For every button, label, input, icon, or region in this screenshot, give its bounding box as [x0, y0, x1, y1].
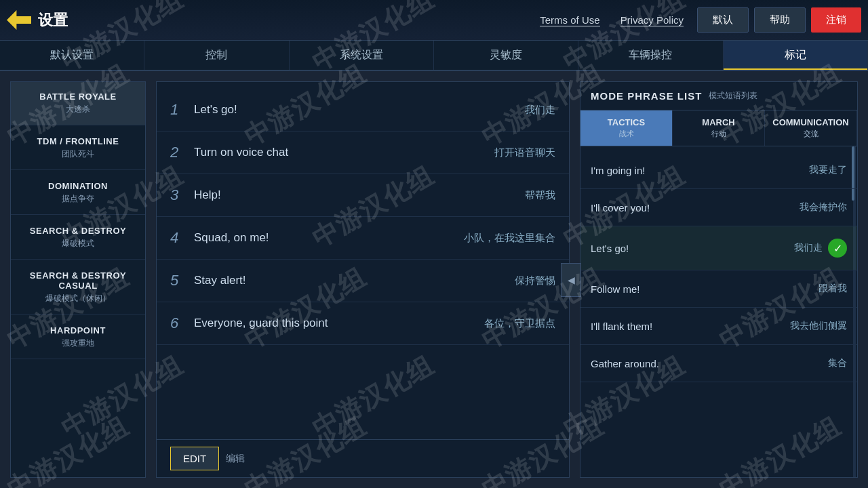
phrase-num-1: 2 — [170, 144, 194, 161]
mode-tab-en-2: COMMUNICATION — [772, 117, 848, 127]
right-phrase-item-4[interactable]: I'll flank them! 我去他们侧翼 — [580, 308, 857, 345]
phrase-en-2: Help! — [194, 188, 525, 202]
phrase-cn-1: 打开语音聊天 — [494, 146, 555, 159]
mode-tab-cn-1: 行动 — [711, 129, 726, 139]
right-phrase-en-2: Let's go! — [591, 243, 794, 254]
mode-tabs: TACTICS 战术 MARCH 行动 COMMUNICATION 交流 — [580, 110, 857, 146]
main-content: BATTLE ROYALE 大逃杀 TDM / FRONTLINE 团队死斗 D… — [0, 71, 868, 488]
phrase-cn-4: 保持警惕 — [515, 274, 555, 287]
right-phrase-en-3: Follow me! — [591, 283, 818, 295]
right-phrase-item-2[interactable]: Let's go! 我们走 ✓ — [580, 226, 857, 270]
phrase-cn-5: 各位，守卫据点 — [484, 317, 555, 330]
right-phrase-en-0: I'm going in! — [591, 165, 809, 176]
mode-tab-cn-2: 交流 — [804, 129, 818, 139]
right-phrase-cn-4: 我去他们侧翼 — [790, 320, 847, 332]
phrase-num-4: 5 — [170, 272, 194, 289]
mode-name-cn-5: 强攻重地 — [62, 338, 94, 349]
mode-name-cn-1: 团队死斗 — [62, 148, 94, 160]
tab-default-settings[interactable]: 默认设置 — [0, 41, 144, 70]
right-phrase-cn-1: 我会掩护你 — [800, 201, 847, 214]
mode-name-cn-3: 爆破模式 — [62, 238, 94, 249]
mode-item-2[interactable]: DOMINATION 据点争夺 — [11, 171, 145, 215]
mode-tab-cn-0: 战术 — [619, 129, 634, 139]
right-phrase-cn-0: 我要走了 — [809, 164, 847, 176]
help-button[interactable]: 帮助 — [754, 7, 806, 33]
mode-tab-1[interactable]: MARCH 行动 — [673, 110, 765, 146]
phrase-cn-2: 帮帮我 — [525, 189, 555, 202]
edit-button[interactable]: EDIT — [170, 447, 219, 470]
mode-tab-2[interactable]: COMMUNICATION 交流 — [765, 110, 857, 146]
mode-name-en-1: TDM / FRONTLINE — [37, 136, 119, 146]
phrase-num-0: 1 — [170, 101, 194, 119]
mode-tab-en-0: TACTICS — [608, 117, 645, 127]
right-phrase-item-5[interactable]: Gather around. 集合 — [580, 345, 857, 382]
header-actions: 默认 帮助 注销 — [697, 7, 861, 33]
tab-bar: 默认设置 控制 系统设置 灵敏度 车辆操控 标记 — [0, 41, 868, 71]
phrase-item-0[interactable]: 1 Let's go! 我们走 — [157, 89, 569, 131]
mode-name-cn-2: 据点争夺 — [62, 193, 94, 205]
default-button[interactable]: 默认 — [697, 7, 749, 33]
tab-vehicle-control[interactable]: 车辆操控 — [578, 41, 723, 70]
tab-marker[interactable]: 标记 — [724, 41, 868, 70]
right-phrase-item-3[interactable]: Follow me! 跟着我 — [580, 270, 857, 308]
right-phrase-en-5: Gather around. — [591, 358, 828, 369]
mode-name-en-2: DOMINATION — [48, 181, 108, 191]
right-panel-title-cn: 模式短语列表 — [709, 90, 757, 102]
edit-label: 编辑 — [226, 453, 245, 465]
phrase-list-panel: 1 Let's go! 我们走 2 Turn on voice chat 打开语… — [156, 81, 570, 478]
phrase-item-3[interactable]: 4 Squad, on me! 小队，在我这里集合 — [157, 217, 569, 260]
mode-name-en-5: HARDPOINT — [50, 325, 106, 336]
mode-item-5[interactable]: HARDPOINT 强攻重地 — [11, 316, 145, 359]
mode-item-3[interactable]: SEARCH & DESTROY 爆破模式 — [11, 216, 145, 260]
right-phrase-cn-2: 我们走 — [794, 242, 823, 254]
right-phrase-cn-5: 集合 — [828, 357, 847, 369]
bottom-bar: EDIT 编辑 — [157, 439, 569, 477]
phrase-item-2[interactable]: 3 Help! 帮帮我 — [157, 174, 569, 217]
collapse-arrow-button[interactable] — [561, 263, 581, 297]
right-phrase-item-0[interactable]: I'm going in! 我要走了 — [580, 152, 857, 189]
phrase-en-5: Everyone, guard this point — [194, 317, 484, 330]
header-bar: 设置 Terms of Use Privacy Policy 默认 帮助 注销 — [0, 0, 868, 41]
phrase-item-4[interactable]: 5 Stay alert! 保持警惕 — [157, 260, 569, 302]
phrase-list: 1 Let's go! 我们走 2 Turn on voice chat 打开语… — [157, 82, 569, 439]
right-panel-header: MODE PHRASE LIST 模式短语列表 — [580, 82, 857, 110]
phrase-en-3: Squad, on me! — [194, 231, 464, 245]
privacy-policy-link[interactable]: Privacy Policy — [620, 14, 684, 26]
mode-item-0[interactable]: BATTLE ROYALE 大逃杀 — [11, 82, 145, 125]
phrase-en-1: Turn on voice chat — [194, 146, 494, 159]
mode-item-1[interactable]: TDM / FRONTLINE 团队死斗 — [11, 127, 145, 170]
mode-name-en-3: SEARCH & DESTROY — [30, 226, 126, 236]
right-phrase-item-1[interactable]: I'll cover you! 我会掩护你 — [580, 189, 857, 226]
right-phrase-list: I'm going in! 我要走了 I'll cover you! 我会掩护你… — [580, 146, 857, 477]
tab-sensitivity[interactable]: 灵敏度 — [434, 41, 578, 70]
back-button[interactable] — [7, 8, 31, 33]
mode-phrase-list-panel: MODE PHRASE LIST 模式短语列表 TACTICS 战术 MARCH… — [580, 81, 858, 478]
mode-tab-0[interactable]: TACTICS 战术 — [580, 110, 673, 146]
right-panel-title-en: MODE PHRASE LIST — [591, 90, 702, 102]
mode-name-en-4: SEARCH & DESTROY CASUAL — [18, 270, 138, 291]
game-mode-list: BATTLE ROYALE 大逃杀 TDM / FRONTLINE 团队死斗 D… — [10, 81, 146, 478]
mode-name-en-0: BATTLE ROYALE — [39, 92, 116, 102]
phrase-item-5[interactable]: 6 Everyone, guard this point 各位，守卫据点 — [157, 302, 569, 345]
check-icon-2: ✓ — [828, 239, 847, 258]
tab-system-settings[interactable]: 系统设置 — [290, 41, 434, 70]
phrase-item-1[interactable]: 2 Turn on voice chat 打开语音聊天 — [157, 131, 569, 174]
mode-name-cn-4: 爆破模式（休闲） — [45, 293, 111, 304]
phrase-num-2: 3 — [170, 186, 194, 204]
page-title: 设置 — [38, 10, 68, 30]
cancel-button[interactable]: 注销 — [811, 7, 861, 33]
terms-of-use-link[interactable]: Terms of Use — [540, 14, 599, 26]
phrase-num-5: 6 — [170, 314, 194, 332]
phrase-num-3: 4 — [170, 229, 194, 247]
phrase-en-0: Let's go! — [194, 103, 525, 117]
right-phrase-cn-3: 跟着我 — [818, 283, 847, 295]
mode-item-4[interactable]: SEARCH & DESTROY CASUAL 爆破模式（休闲） — [11, 261, 145, 314]
right-phrase-en-1: I'll cover you! — [591, 202, 800, 214]
mode-name-cn-0: 大逃杀 — [66, 104, 90, 115]
phrase-en-4: Stay alert! — [194, 274, 515, 287]
back-arrow-icon — [7, 8, 31, 33]
right-phrase-en-4: I'll flank them! — [591, 321, 790, 332]
tab-control[interactable]: 控制 — [144, 41, 289, 70]
phrase-cn-0: 我们走 — [525, 104, 555, 117]
header-links: Terms of Use Privacy Policy — [540, 14, 684, 26]
